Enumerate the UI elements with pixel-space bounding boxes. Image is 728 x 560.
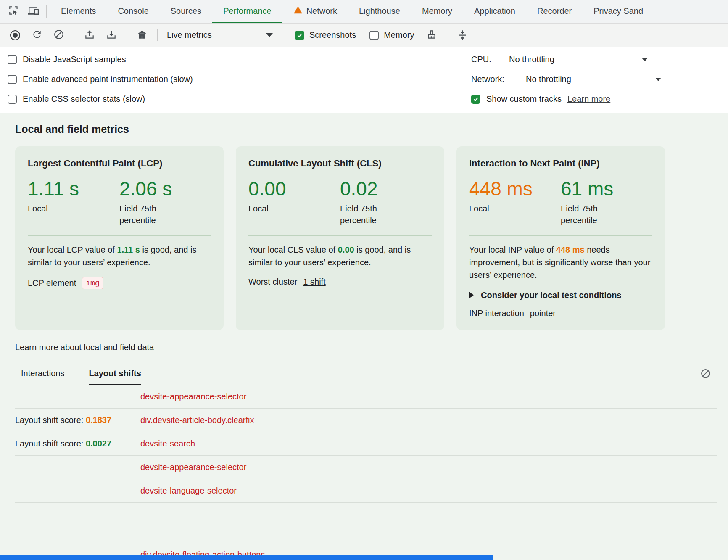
layout-shift-row[interactable]: devsite-language-selector	[15, 479, 717, 503]
network-label: Network:	[471, 74, 520, 84]
shifted-element-link[interactable]: div.devsite-article-body.clearfix	[140, 415, 717, 425]
tab-label: Network	[306, 6, 337, 16]
screenshots-label: Screenshots	[309, 30, 356, 40]
show-custom-tracks-checkbox[interactable]: Show custom tracks Learn more	[471, 89, 661, 109]
cls-local-value-block: 0.00 Local	[248, 178, 340, 226]
shifted-element-link[interactable]: devsite-appearance-selector	[140, 392, 717, 402]
tab-label: Application	[474, 6, 515, 16]
learn-more-link[interactable]: Learn more	[567, 94, 610, 104]
shifted-element-link[interactable]: devsite-search	[140, 439, 717, 449]
log-spacer	[15, 503, 717, 543]
cls-field-value: 0.02	[340, 178, 432, 200]
cls-field-value-block: 0.02 Field 75th percentile	[340, 178, 432, 226]
lcp-local-value-block: 1.11 s Local	[28, 178, 119, 226]
clear-icon	[53, 29, 64, 42]
score-value: 0.0027	[86, 439, 111, 448]
lcp-element-node-link[interactable]: img	[82, 277, 103, 289]
learn-more-local-field-link[interactable]: Learn more about local and field data	[15, 343, 154, 352]
tab-layout-shifts[interactable]: Layout shifts	[89, 369, 141, 385]
advanced-paint-instrumentation-checkbox[interactable]: Enable advanced paint instrumentation (s…	[8, 69, 193, 89]
tab-label: Elements	[61, 6, 96, 16]
checkbox-unchecked-icon	[8, 75, 17, 84]
layout-shift-row[interactable]: Layout shift score: 0.1837 div.devsite-a…	[15, 409, 717, 432]
broom-icon	[426, 29, 437, 42]
record-button[interactable]	[6, 26, 24, 44]
tab-lighthouse[interactable]: Lighthouse	[348, 0, 411, 23]
tab-sources[interactable]: Sources	[160, 0, 212, 23]
cpu-throttling-value: No throttling	[509, 55, 554, 64]
save-profile-button[interactable]	[102, 26, 121, 44]
tab-recorder[interactable]: Recorder	[526, 0, 583, 23]
home-button[interactable]	[133, 26, 151, 44]
tab-label: Privacy Sand	[593, 6, 643, 16]
inp-interaction-link[interactable]: pointer	[530, 309, 556, 318]
checkbox-unchecked-icon	[8, 55, 17, 64]
tab-application[interactable]: Application	[463, 0, 526, 23]
performance-toolbar: Live metrics Screenshots Memory	[0, 24, 728, 47]
screenshots-checkbox[interactable]: Screenshots	[290, 30, 361, 40]
cls-footer: Worst cluster 1 shift	[248, 277, 432, 287]
worst-cluster-link[interactable]: 1 shift	[303, 277, 325, 287]
checkbox-unchecked-icon	[369, 31, 379, 40]
checkbox-checked-icon	[471, 95, 480, 104]
tab-performance[interactable]: Performance	[212, 0, 282, 23]
disable-js-samples-checkbox[interactable]: Disable JavaScript samples	[8, 50, 193, 69]
lcp-card-title: Largest Contentful Paint (LCP)	[28, 158, 211, 169]
disclosure-label: Consider your local test conditions	[481, 291, 622, 300]
clear-button[interactable]	[50, 26, 68, 44]
desc-text: Your local LCP value of	[28, 245, 117, 254]
local-label: Local	[248, 203, 340, 214]
tab-label: Sources	[171, 6, 201, 16]
lcp-card: Largest Contentful Paint (LCP) 1.11 s Lo…	[15, 146, 224, 330]
divider	[248, 235, 432, 236]
tab-memory[interactable]: Memory	[411, 0, 463, 23]
inp-local-value: 448 ms	[469, 178, 561, 200]
tab-privacy-sandbox[interactable]: Privacy Sand	[583, 0, 654, 23]
clear-log-button[interactable]	[700, 368, 717, 385]
tab-label: Interactions	[21, 369, 64, 378]
cpu-throttling-select[interactable]: CPU: No throttling	[471, 50, 648, 69]
inp-local-value-block: 448 ms Local	[469, 178, 561, 226]
layout-shift-row[interactable]: devsite-appearance-selector	[15, 456, 717, 479]
shifted-element-link[interactable]: devsite-language-selector	[140, 486, 717, 496]
tab-label: Lighthouse	[359, 6, 400, 16]
worst-cluster-label: Worst cluster	[248, 277, 297, 287]
tab-interactions[interactable]: Interactions	[21, 369, 64, 385]
memory-checkbox[interactable]: Memory	[364, 30, 419, 40]
css-selector-stats-checkbox[interactable]: Enable CSS selector stats (slow)	[8, 89, 193, 109]
local-label: Local	[28, 203, 119, 214]
network-throttling-select[interactable]: Network: No throttling	[471, 69, 661, 89]
desc-highlight: 448 ms	[556, 245, 585, 254]
inp-field-value-block: 61 ms Field 75th percentile	[561, 178, 652, 226]
local-label: Local	[469, 203, 561, 214]
collect-garbage-button[interactable]	[422, 26, 441, 44]
live-metrics-dropdown[interactable]: Live metrics	[164, 27, 278, 44]
reload-and-record-button[interactable]	[28, 26, 46, 44]
cpu-label: CPU:	[471, 55, 503, 64]
tab-network[interactable]: Network	[282, 0, 348, 23]
collapse-button[interactable]	[453, 26, 472, 44]
load-profile-button[interactable]	[80, 26, 99, 44]
score-label: Layout shift score:	[15, 439, 86, 448]
desc-highlight: 1.11 s	[117, 245, 140, 254]
device-toolbar-button[interactable]	[24, 0, 43, 23]
performance-settings: Disable JavaScript samples Enable advanc…	[0, 47, 728, 113]
layout-shift-score: Layout shift score: 0.0027	[15, 439, 140, 449]
refresh-icon	[32, 29, 42, 42]
inp-field-value: 61 ms	[561, 178, 652, 200]
tab-label: Recorder	[537, 6, 572, 16]
checkbox-label: Enable CSS selector stats (slow)	[23, 94, 145, 104]
tab-console[interactable]: Console	[107, 0, 159, 23]
layout-shift-row[interactable]: Layout shift score: 0.0027 devsite-searc…	[15, 432, 717, 456]
layout-shift-row[interactable]: devsite-appearance-selector	[15, 385, 717, 409]
tab-elements[interactable]: Elements	[50, 0, 107, 23]
lcp-element-label: LCP element	[28, 278, 76, 288]
local-test-conditions-disclosure[interactable]: Consider your local test conditions	[469, 291, 652, 300]
checkbox-label: Disable JavaScript samples	[23, 55, 126, 64]
inspect-element-button[interactable]	[4, 0, 24, 23]
shifted-element-link[interactable]: devsite-appearance-selector	[140, 462, 717, 472]
upload-icon	[84, 29, 95, 42]
tab-label: Console	[118, 6, 148, 16]
collapse-icon	[457, 29, 468, 42]
desc-text: Your local INP value of	[469, 245, 556, 254]
